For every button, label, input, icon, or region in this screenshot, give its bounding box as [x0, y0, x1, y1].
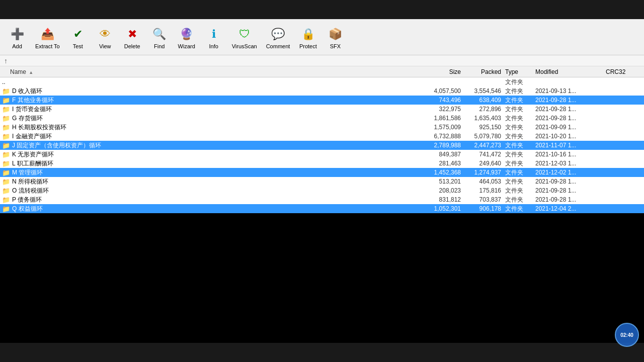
file-name-cell: 📁G 存货循环 [0, 114, 418, 123]
file-modified-cell: 2021-12-02 1... [533, 169, 604, 176]
table-row[interactable]: 📁L 职工薪酬循环281,463249,640文件夹2021-12-03 1..… [0, 159, 644, 168]
toolbar-protect-button[interactable]: 🔒Protect [295, 23, 321, 53]
table-row[interactable]: 📁D 收入循环4,057,5003,554,546文件夹2021-09-13 1… [0, 86, 644, 96]
folder-icon: 📁 [2, 133, 10, 140]
nav-bar: ↑ [0, 55, 644, 66]
folder-icon: 📁 [2, 187, 10, 195]
protect-icon: 🔒 [300, 26, 316, 42]
table-row[interactable]: 📁P 债务循环831,812703,837文件夹2021-09-28 1... [0, 195, 644, 204]
file-modified-cell: 2021-10-20 1... [533, 133, 604, 140]
toolbar-add-button[interactable]: ➕Add [4, 23, 30, 53]
file-name-cell: 📁I 货币资金循环 [0, 105, 418, 114]
column-packed[interactable]: Packed [463, 68, 503, 75]
table-row[interactable]: 📁O 流转税循环208,023175,816文件夹2021-09-28 1... [0, 186, 644, 195]
info-label: Info [209, 43, 218, 49]
file-name-cell: 📁F 其他业务循环 [0, 96, 418, 105]
toolbar-delete-button[interactable]: ✖Delete [119, 23, 145, 53]
folder-icon: 📁 [2, 97, 10, 104]
file-name-cell: 📁J 固定资产（含使用权资产）循环 [0, 141, 418, 150]
file-packed-cell: 638,409 [463, 97, 503, 104]
table-row[interactable]: 📁H 长期股权投资循环1,575,009925,150文件夹2021-09-09… [0, 123, 644, 132]
toolbar-info-button[interactable]: ℹInfo [201, 23, 227, 53]
toolbar-sfx-button[interactable]: 📦SFX [322, 23, 348, 53]
file-packed-cell: 906,178 [463, 205, 503, 212]
file-name-cell: 📁P 债务循环 [0, 196, 418, 204]
file-name-text: O 流转税循环 [12, 187, 49, 195]
file-name-text: N 所得税循环 [12, 177, 48, 186]
folder-icon: 📁 [2, 160, 10, 167]
toolbar-wizard-button[interactable]: 🔮Wizard [174, 23, 200, 53]
file-type-cell: 文件夹 [503, 187, 533, 195]
file-modified-cell: 2021-09-28 1... [533, 115, 604, 122]
view-icon: 👁 [97, 26, 113, 42]
file-size-cell: 322,975 [418, 106, 463, 113]
toolbar-view-button[interactable]: 👁View [92, 23, 118, 53]
table-row[interactable]: 📁I 货币资金循环322,975272,896文件夹2021-09-28 1..… [0, 105, 644, 114]
col-name-label: Name [10, 68, 26, 75]
file-name-cell: 📁N 所得税循环 [0, 177, 418, 186]
file-size-cell: 281,463 [418, 160, 463, 167]
clock-text: 02:40 [620, 332, 633, 338]
file-name-text: K 无形资产循环 [12, 150, 54, 159]
file-type-cell: 文件夹 [503, 105, 533, 114]
toolbar-virusscan-button[interactable]: 🛡VirusScan [228, 23, 261, 53]
toolbar-find-button[interactable]: 🔍Find [146, 23, 173, 53]
column-size[interactable]: Size [418, 68, 463, 75]
wizard-label: Wizard [178, 43, 195, 49]
file-packed-cell: 925,150 [463, 124, 503, 131]
file-name-cell: 📁M 管理循环 [0, 168, 418, 177]
folder-icon: 📁 [2, 87, 10, 95]
file-packed-cell: 5,079,780 [463, 133, 503, 140]
file-type-cell: 文件夹 [503, 132, 533, 141]
folder-icon: 📁 [2, 169, 10, 176]
bottom-black-bar [0, 343, 644, 362]
table-row[interactable]: 📁J 固定资产（含使用权资产）循环2,789,9882,447,273文件夹20… [0, 141, 644, 150]
extract-to-label: Extract To [35, 43, 60, 49]
table-row[interactable]: 📁K 无形资产循环849,387741,472文件夹2021-10-16 1..… [0, 150, 644, 159]
column-type[interactable]: Type [503, 68, 533, 75]
file-type-cell: 文件夹 [503, 114, 533, 123]
file-list: ..文件夹📁D 收入循环4,057,5003,554,546文件夹2021-09… [0, 77, 644, 213]
table-row[interactable]: 📁I 金融资产循环6,732,8885,079,780文件夹2021-10-20… [0, 132, 644, 141]
file-modified-cell: 2021-12-03 1... [533, 160, 604, 167]
file-name-cell: 📁H 长期股权投资循环 [0, 123, 418, 132]
table-row[interactable]: ..文件夹 [0, 77, 644, 86]
folder-icon: 📁 [2, 205, 10, 213]
test-icon: ✔ [70, 26, 86, 42]
file-size-cell: 831,812 [418, 196, 463, 203]
toolbar-comment-button[interactable]: 💬Comment [262, 23, 294, 53]
table-row[interactable]: 📁N 所得税循环513,201464,053文件夹2021-09-28 1... [0, 177, 644, 186]
find-label: Find [154, 43, 165, 49]
toolbar-test-button[interactable]: ✔Test [65, 23, 91, 53]
column-name[interactable]: Name ▲ [0, 68, 418, 75]
folder-icon: 📁 [2, 115, 10, 122]
file-name-cell: 📁Q 权益循环 [0, 205, 418, 213]
virusscan-icon: 🛡 [236, 26, 253, 42]
folder-icon: 📁 [2, 142, 10, 149]
table-row[interactable]: 📁F 其他业务循环743,496638,409文件夹2021-09-28 1..… [0, 96, 644, 105]
sfx-icon: 📦 [327, 26, 343, 42]
sfx-label: SFX [330, 43, 341, 49]
virusscan-label: VirusScan [232, 43, 257, 49]
column-modified[interactable]: Modified [533, 68, 604, 75]
protect-label: Protect [299, 43, 317, 49]
file-modified-cell: 2021-09-28 1... [533, 106, 604, 113]
column-crc32[interactable]: CRC32 [604, 68, 644, 75]
table-row[interactable]: 📁M 管理循环1,452,3681,274,937文件夹2021-12-02 1… [0, 168, 644, 177]
file-packed-cell: 703,837 [463, 196, 503, 203]
table-row[interactable]: 📁G 存货循环1,861,5861,635,403文件夹2021-09-28 1… [0, 114, 644, 123]
file-modified-cell: 2021-12-04 2... [533, 205, 604, 212]
add-label: Add [12, 43, 22, 49]
file-packed-cell: 3,554,546 [463, 87, 503, 95]
file-size-cell: 513,201 [418, 178, 463, 185]
file-name-text: Q 权益循环 [12, 205, 43, 213]
file-type-cell: 文件夹 [503, 159, 533, 168]
table-row[interactable]: 📁Q 权益循环1,052,301906,178文件夹2021-12-04 2..… [0, 204, 644, 213]
file-name-text: L 职工薪酬循环 [12, 159, 53, 168]
file-modified-cell: 2021-09-28 1... [533, 97, 604, 104]
file-size-cell: 1,052,301 [418, 205, 463, 212]
file-name-text: M 管理循环 [12, 168, 43, 177]
toolbar-extract-to-button[interactable]: 📤Extract To [31, 23, 64, 53]
navigate-up-button[interactable]: ↑ [4, 57, 8, 65]
file-modified-cell: 2021-09-28 1... [533, 178, 604, 185]
